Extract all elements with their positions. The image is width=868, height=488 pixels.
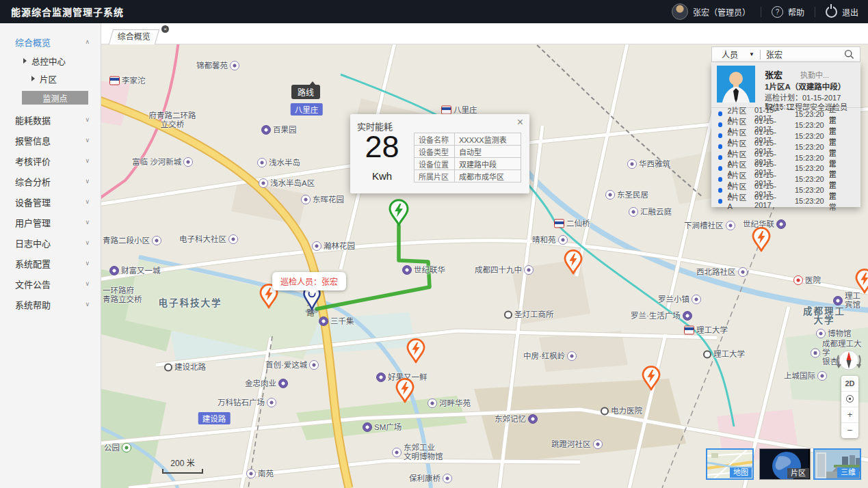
record-time: 15:23:20 [795,143,824,151]
header-divider [815,7,815,17]
map-label-text: 建设北路 [174,363,206,372]
sidebar-subitem-selected[interactable]: 监测点 [22,91,88,105]
sidebar-item-10[interactable]: 系统帮助∨ [0,294,101,314]
sidebar-item-6[interactable]: 用户管理∨ [0,212,101,232]
map-label: 中房·红枫岭 [523,351,577,361]
sidebar-item-1[interactable]: 能耗数据∨ [0,109,101,130]
poi-icon [309,360,319,370]
record-time: 15:23:20 [795,197,824,205]
sidebar-item-label: 综合概览 [15,36,51,49]
circle-icon [703,350,711,358]
orange-pin[interactable] [406,338,425,366]
sidebar-item-8[interactable]: 系统配置∨ [0,253,101,273]
mode-2d-button[interactable]: 2D [841,376,858,391]
device-info-row: 所属片区成都市成华区 [415,170,521,182]
poi-icon [301,195,311,204]
orange-pin[interactable] [752,227,771,255]
chevron-icon: ∨ [85,198,90,205]
poi-icon [524,265,534,275]
poi-icon [230,61,239,70]
compass-control[interactable] [835,347,863,377]
help-button[interactable]: 帮助 [788,6,804,18]
sidebar-subitem-1[interactable]: 片区 [0,70,101,87]
sidebar-item-7[interactable]: 日志中心∨ [0,232,101,253]
sidebar-item-5[interactable]: 设备管理∨ [0,191,101,212]
record-time: 15:23:20 [795,164,824,172]
poi-icon [312,241,321,251]
map-label-text: 青路二段小区 [103,236,150,245]
status-dot [718,188,722,193]
sidebar-item-2[interactable]: 报警信息∨ [0,130,101,150]
map-label: 跳蹬河社区 [551,439,603,449]
filter-type-select[interactable]: 人员 [722,49,738,60]
triangle-icon [31,76,35,81]
map-label-text: 理工大学 [713,350,745,359]
map-controls: 2D + − [841,376,858,438]
user-avatar[interactable] [672,3,688,20]
poi-icon [428,398,437,408]
map-label: 世纪联华 [402,265,445,275]
map-label-text: 中房·红枫岭 [523,352,565,361]
personnel-search-bar: 人员 ▼ 张宏 [711,46,860,62]
map-label-text: 下涧槽社区 [684,221,724,230]
map-label: 一环路府 青路立交桥 [103,286,142,304]
map-label-text: 汇融云庭 [640,208,672,217]
locate-button[interactable] [841,391,858,407]
poi-icon [816,329,826,338]
dropdown-arrow-icon[interactable]: ▼ [749,51,754,57]
search-input[interactable]: 张宏 [766,49,782,60]
search-icon[interactable] [844,49,854,59]
sidebar-item-3[interactable]: 考核评价∨ [0,150,101,171]
map-label: 东晖花园 [301,195,344,204]
sidebar-subitem-label: 片区 [40,72,57,85]
app: { "header":{"title":"能源综合监测管理子系统","user_… [0,0,868,488]
zoom-out-button[interactable]: − [841,422,858,438]
sidebar-item-label: 系统配置 [15,257,51,270]
map-label: 首创·爱这城 [265,360,319,370]
map-label: 东郊工业 文明博物馆 [392,444,443,461]
map-label-text: 二仙桥 [566,219,590,228]
tab-close-icon[interactable]: × [161,25,169,33]
info-key: 所属片区 [415,170,455,182]
patrol-person-bubble: 巡检人员：张宏 [272,272,346,290]
circle-icon [164,363,172,371]
personnel-panel: 张宏 执勤中... 1片区A（双建路中段） 巡检计划：01-15-2017 12… [711,62,860,207]
thumb-label: 三维 [837,467,859,478]
map-label-text: 电子科大社区 [179,235,226,244]
thumb-city[interactable]: 三维 [813,448,861,480]
green-pin[interactable] [389,199,409,229]
map-label: 建设北路 [164,363,206,372]
map-label-text: 东郊工业 文明博物馆 [404,444,443,461]
sidebar-item-0[interactable]: 综合概览∧ [0,31,101,52]
thumb-earth[interactable]: 片区 [759,448,811,480]
record-date: 01-15-2017 [754,193,790,209]
zoom-in-button[interactable]: + [841,407,858,422]
record-time: 15:23:20 [795,175,824,183]
sidebar-item-label: 文件公告 [15,277,51,290]
sidebar-item-9[interactable]: 文件公告∨ [0,273,101,294]
thumb-map[interactable]: 地图 [706,448,754,480]
map-label: 医院 [793,275,821,285]
orange-pin[interactable] [642,366,661,394]
logout-button[interactable]: 退出 [842,6,858,18]
map-label: 成都四十九中 [475,265,534,275]
route-tooltip: 路线 [291,85,320,99]
power-icon[interactable] [826,6,837,18]
orange-pin[interactable] [855,269,868,297]
sidebar-item-4[interactable]: 综合分析∨ [0,171,101,191]
orange-pin[interactable] [564,249,583,277]
status-dot [718,144,722,149]
list-item[interactable]: 2片区A01-15-201715:23:20正常 [711,195,860,206]
help-icon[interactable]: ? [772,6,783,18]
info-value: 双建路中段 [455,158,521,170]
solid-icon [278,379,288,388]
map-label-text: 东晖花园 [313,195,344,204]
map-label-text: 理工大学 [696,326,728,335]
sidebar-subitem-0[interactable]: 总控中心 [0,52,101,70]
tab-overview[interactable]: 综合概览 [109,29,159,44]
orange-pin[interactable] [395,378,415,406]
map-label-text: 成都理工大学 [803,306,845,325]
popup-close-icon[interactable]: × [517,116,523,128]
person-status: 执勤中... [800,69,829,80]
status-dot [718,166,722,171]
